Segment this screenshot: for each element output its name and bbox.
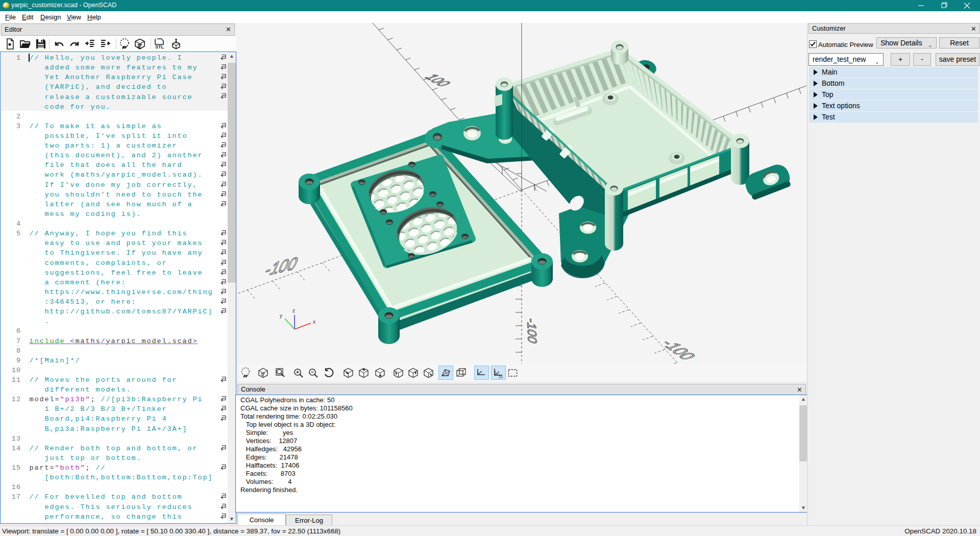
svg-text:STL: STL — [155, 44, 164, 50]
svg-text:-100: -100 — [262, 253, 301, 280]
svg-text:10: 10 — [499, 375, 503, 379]
svg-text:x: x — [313, 319, 315, 325]
svg-text:-100: -100 — [657, 338, 701, 362]
svg-text:100: 100 — [421, 72, 455, 88]
svg-text:-100: -100 — [525, 317, 539, 346]
svg-text:y: y — [280, 313, 282, 319]
svg-text:z: z — [292, 308, 295, 313]
